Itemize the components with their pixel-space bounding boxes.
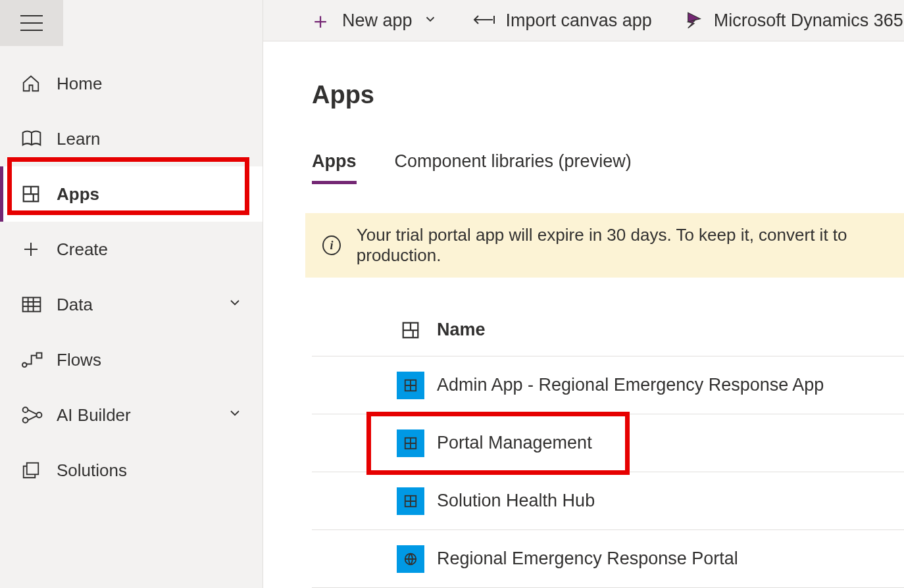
plus-icon: ＋: [309, 9, 332, 32]
learn-icon: [21, 129, 57, 149]
portal-app-icon: [397, 545, 424, 573]
nav-label: Learn: [57, 129, 101, 149]
ai-builder-icon: [21, 405, 57, 425]
notice-text: Your trial portal app will expire in 30 …: [357, 225, 887, 266]
table-row[interactable]: Admin App - Regional Emergency Response …: [312, 356, 904, 414]
tab-list: Apps Component libraries (preview): [312, 151, 904, 184]
table-row[interactable]: Regional Emergency Response Portal: [312, 530, 904, 588]
cmd-label: New app: [342, 11, 413, 31]
home-icon: [21, 74, 57, 93]
column-header-name[interactable]: Name: [437, 320, 904, 340]
sidebar-item-data[interactable]: Data: [0, 277, 263, 332]
svg-point-2: [22, 363, 27, 368]
svg-point-6: [37, 412, 42, 418]
hamburger-button[interactable]: [0, 0, 63, 46]
apps-icon: [21, 184, 57, 204]
main-content: ＋ New app Import canvas app Microsoft Dy…: [263, 0, 904, 588]
svg-point-5: [23, 418, 28, 423]
sidebar-item-ai-builder[interactable]: AI Builder: [0, 387, 263, 443]
table-header-row: Name: [312, 304, 904, 356]
app-name-cell: Regional Emergency Response Portal: [437, 549, 904, 569]
chevron-down-icon: [227, 295, 243, 315]
cmd-label: Import canvas app: [506, 11, 652, 31]
trial-notice-banner: i Your trial portal app will expire in 3…: [305, 213, 904, 278]
tab-component-libraries[interactable]: Component libraries (preview): [395, 151, 632, 184]
dynamics-365-icon: [685, 11, 703, 30]
nav-list: Home Learn Apps Create Data: [0, 46, 263, 498]
chevron-down-icon: [227, 405, 243, 426]
table-row[interactable]: Portal Management: [312, 414, 904, 472]
import-arrow-icon: [470, 11, 495, 31]
import-canvas-button[interactable]: Import canvas app: [470, 11, 652, 31]
svg-point-4: [23, 407, 28, 412]
page-title: Apps: [312, 81, 904, 109]
app-name-cell: Portal Management: [437, 433, 904, 453]
model-app-icon: [397, 429, 424, 457]
flows-icon: [21, 350, 57, 370]
command-bar: ＋ New app Import canvas app Microsoft Dy…: [263, 0, 904, 41]
hamburger-icon: [20, 15, 43, 31]
sidebar: Home Learn Apps Create Data: [0, 0, 263, 588]
solutions-icon: [21, 460, 57, 480]
table-row[interactable]: Solution Health Hub: [312, 472, 904, 530]
svg-rect-3: [37, 353, 42, 358]
new-app-button[interactable]: ＋ New app: [309, 9, 438, 32]
model-app-icon: [397, 487, 424, 515]
apps-header-icon: [384, 320, 437, 340]
sidebar-item-learn[interactable]: Learn: [0, 111, 263, 166]
sidebar-item-solutions[interactable]: Solutions: [0, 443, 263, 498]
nav-label: Create: [57, 239, 108, 260]
page-content: Apps Apps Component libraries (preview) …: [263, 41, 904, 588]
tab-apps[interactable]: Apps: [312, 151, 357, 184]
sidebar-item-home[interactable]: Home: [0, 56, 263, 111]
app-name-cell: Solution Health Hub: [437, 491, 904, 511]
svg-rect-7: [27, 463, 39, 475]
nav-label: Data: [57, 295, 93, 315]
apps-table: Name Admin App - Regional Emergency Resp…: [312, 304, 904, 588]
dynamics-365-button[interactable]: Microsoft Dynamics 365: [685, 11, 903, 31]
svg-rect-1: [23, 297, 41, 311]
plus-icon: [21, 239, 57, 259]
nav-label: Home: [57, 74, 102, 94]
sidebar-item-apps[interactable]: Apps: [0, 166, 263, 222]
sidebar-item-flows[interactable]: Flows: [0, 332, 263, 387]
chevron-down-icon: [423, 11, 438, 31]
app-name-cell: Admin App - Regional Emergency Response …: [437, 375, 904, 395]
nav-label: Apps: [57, 184, 99, 205]
nav-label: AI Builder: [57, 405, 131, 426]
cmd-label: Microsoft Dynamics 365: [714, 11, 903, 31]
model-app-icon: [397, 372, 424, 399]
info-icon: i: [322, 235, 341, 255]
sidebar-item-create[interactable]: Create: [0, 222, 263, 277]
nav-label: Flows: [57, 350, 101, 370]
data-icon: [21, 295, 57, 314]
nav-label: Solutions: [57, 460, 127, 481]
